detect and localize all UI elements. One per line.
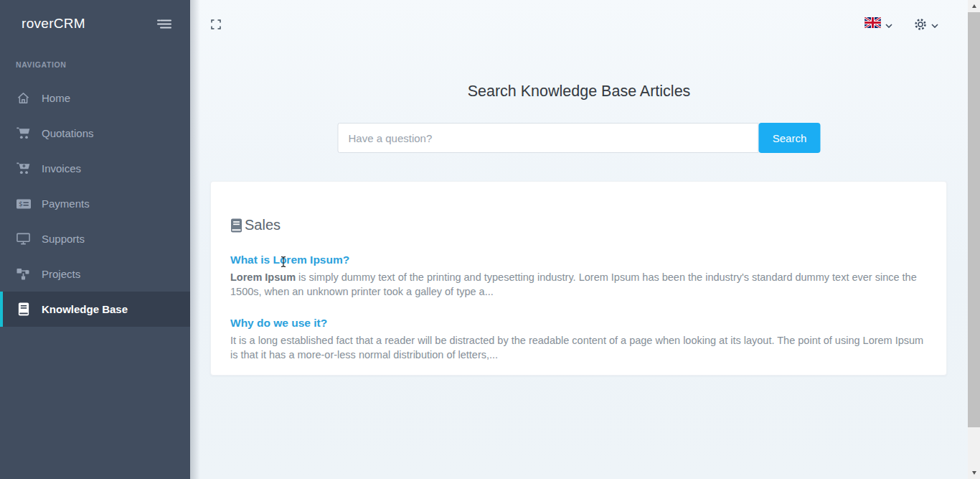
kb-search-bar: Search	[338, 123, 821, 153]
money-check-icon: $	[16, 199, 31, 209]
search-button[interactable]: Search	[759, 123, 821, 153]
sidebar-item-label: Knowledge Base	[42, 303, 128, 315]
brand-logo[interactable]: roverCRM	[22, 16, 85, 32]
sidebar-header: roverCRM	[0, 0, 190, 32]
chevron-down-icon	[885, 18, 892, 31]
sidebar-toggle-icon[interactable]	[156, 18, 173, 30]
svg-text:$: $	[19, 200, 23, 208]
shopping-cart-icon	[16, 127, 31, 139]
article-excerpt: It is a long established fact that a rea…	[230, 334, 927, 362]
sidebar-item-label: Home	[42, 92, 70, 104]
sidebar-item-invoices[interactable]: Invoices	[0, 151, 190, 186]
category-header: Sales	[230, 217, 927, 233]
sidebar-item-label: Payments	[42, 197, 90, 210]
article-excerpt-lead: Lorem Ipsum	[230, 271, 296, 283]
expand-icon[interactable]	[211, 19, 221, 29]
scroll-up-button[interactable]	[968, 0, 980, 12]
main-content: Search Knowledge Base Articles Search Sa…	[190, 0, 968, 479]
scroll-down-button[interactable]	[968, 467, 980, 479]
article-excerpt-text: is simply dummy text of the printing and…	[230, 271, 917, 297]
article-excerpt-text: It is a long established fact that a rea…	[230, 335, 923, 361]
sidebar-item-label: Projects	[42, 268, 80, 280]
sidebar-section-label: NAVIGATION	[16, 60, 190, 69]
home-icon	[16, 91, 31, 105]
chevron-down-icon	[931, 18, 938, 31]
language-dropdown[interactable]	[864, 17, 892, 31]
settings-dropdown[interactable]	[914, 18, 938, 31]
topbar-right	[864, 17, 938, 31]
sidebar-item-label: Invoices	[42, 162, 81, 175]
gear-icon	[914, 18, 927, 31]
sidebar-item-label: Supports	[42, 233, 85, 245]
uk-flag-icon	[864, 17, 881, 31]
sidebar-nav: Home Quotations Invoices	[0, 80, 190, 327]
page-title: Search Knowledge Base Articles	[190, 83, 968, 101]
topbar	[190, 0, 968, 50]
sitemap-icon	[16, 268, 31, 281]
vertical-scrollbar[interactable]	[968, 0, 980, 479]
article-link[interactable]: What is Lorem Ipsum?	[230, 254, 349, 266]
sidebar-item-label: Quotations	[42, 127, 94, 139]
sidebar-item-home[interactable]: Home	[0, 80, 190, 116]
article-link[interactable]: Why do we use it?	[230, 317, 327, 330]
sidebar-item-supports[interactable]: Supports	[0, 221, 190, 256]
sidebar-item-knowledge-base[interactable]: Knowledge Base	[0, 292, 190, 327]
sidebar-item-projects[interactable]: Projects	[0, 256, 190, 292]
book-icon	[16, 302, 31, 316]
sidebar: roverCRM NAVIGATION Home Quotati	[0, 0, 190, 479]
article-excerpt: Lorem Ipsum is simply dummy text of the …	[230, 271, 927, 299]
cart-plus-icon	[16, 162, 31, 175]
book-icon	[230, 218, 242, 233]
sidebar-item-payments[interactable]: $ Payments	[0, 186, 190, 221]
kb-article: Why do we use it? It is a long establish…	[230, 317, 927, 362]
kb-article: What is Lorem Ipsum? Lorem Ipsum is simp…	[230, 254, 927, 299]
search-input[interactable]	[338, 123, 759, 153]
sidebar-item-quotations[interactable]: Quotations	[0, 116, 190, 151]
kb-category-card: Sales What is Lorem Ipsum? Lorem Ipsum i…	[210, 181, 947, 376]
category-title: Sales	[245, 217, 281, 233]
scrollbar-thumb[interactable]	[968, 12, 980, 427]
desktop-icon	[16, 233, 31, 245]
